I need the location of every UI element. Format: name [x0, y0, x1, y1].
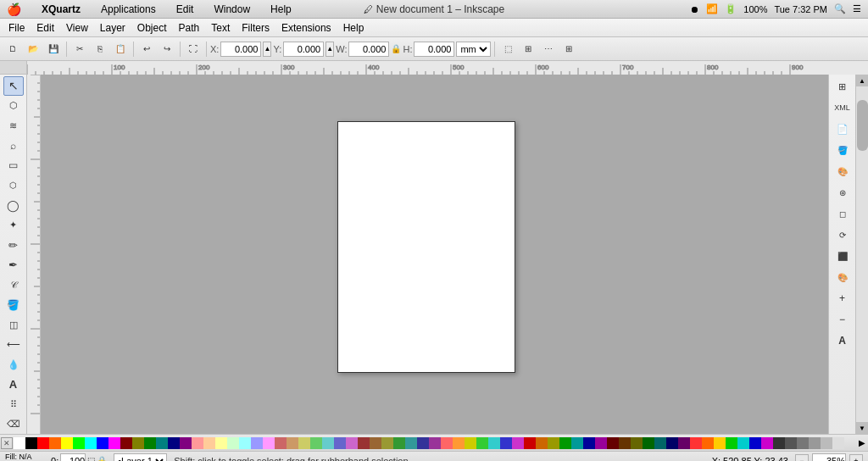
color-swatch[interactable] [678, 437, 690, 449]
color-swatch[interactable] [358, 437, 370, 449]
extensions-menu[interactable]: Extensions [276, 20, 337, 36]
color-swatch[interactable] [417, 437, 429, 449]
help-menu[interactable]: Help [338, 20, 370, 36]
color-swatch[interactable] [73, 437, 85, 449]
text-menu[interactable]: Text [206, 20, 235, 36]
undo-btn[interactable]: ↩ [137, 40, 156, 58]
vscrollbar[interactable]: ▲ ▼ [855, 75, 868, 434]
color-swatch[interactable] [132, 437, 144, 449]
tool-zoom[interactable]: ⌕ [3, 136, 24, 156]
color-swatch[interactable] [583, 437, 595, 449]
help-menu-os[interactable]: Help [267, 3, 295, 15]
color-swatch[interactable] [370, 437, 381, 449]
color-swatch[interactable] [120, 437, 132, 449]
zoom-input[interactable] [812, 453, 846, 462]
applications-menu[interactable]: Applications [97, 3, 159, 15]
tool-callig[interactable]: 𝒞 [3, 275, 24, 295]
color-swatch[interactable] [643, 437, 654, 449]
doc-props-btn[interactable]: 📄 [832, 119, 853, 139]
tool-bucket[interactable]: 🪣 [3, 296, 24, 315]
color-swatch[interactable] [227, 437, 239, 449]
color-swatch[interactable] [773, 437, 785, 449]
snap-btn[interactable]: ⊞ [832, 76, 853, 97]
color-swatch[interactable] [726, 437, 737, 449]
color-swatch[interactable] [821, 437, 832, 449]
color-swatch[interactable] [180, 437, 192, 449]
unit-select[interactable]: mm [456, 42, 491, 57]
color-swatch[interactable] [488, 437, 500, 449]
symbols-btn[interactable]: ⊛ [832, 182, 853, 203]
color-swatch[interactable] [298, 437, 310, 449]
color-swatch[interactable] [761, 437, 773, 449]
zoom-in-btn[interactable]: + [832, 288, 853, 308]
window-menu-os[interactable]: Window [210, 3, 253, 15]
color-swatch[interactable] [168, 437, 180, 449]
tool-rect[interactable]: ▭ [3, 156, 24, 175]
no-color-swatch[interactable]: ✕ [1, 437, 13, 449]
color-swatch[interactable] [595, 437, 607, 449]
swatches-btn[interactable]: 🎨 [832, 161, 853, 181]
tool-gradient[interactable]: ◫ [3, 315, 24, 335]
apple-menu[interactable]: 🍎 [7, 3, 21, 16]
color-swatch[interactable] [97, 437, 108, 449]
color-swatch[interactable] [322, 437, 334, 449]
tool-node[interactable]: ⬡ [3, 97, 24, 116]
transform-btn[interactable]: ⬚ [498, 40, 517, 58]
tool-3d[interactable]: ⬡ [3, 176, 24, 196]
nodes-btn[interactable]: ⋯ [539, 40, 558, 58]
color-swatch[interactable] [61, 437, 73, 449]
zoom-out-btn[interactable]: − [832, 309, 853, 330]
tool-dropper[interactable]: 💧 [3, 355, 24, 375]
color-swatch[interactable] [702, 437, 714, 449]
color-swatch[interactable] [215, 437, 227, 449]
text-style-btn[interactable]: A [832, 330, 853, 351]
tool-star[interactable]: ✦ [3, 216, 24, 236]
color-swatch[interactable] [536, 437, 548, 449]
y-up[interactable]: ▲ [326, 42, 334, 57]
color-swatch[interactable] [263, 437, 275, 449]
color-swatch[interactable] [666, 437, 678, 449]
color-swatch[interactable] [607, 437, 619, 449]
color-swatch[interactable] [203, 437, 215, 449]
redo-btn[interactable]: ↪ [158, 40, 176, 58]
zoom-out-status-btn[interactable]: − [795, 454, 809, 462]
canvas-area[interactable] [41, 75, 828, 434]
tool-pen[interactable]: ✒ [3, 256, 24, 275]
color-swatch[interactable] [559, 437, 571, 449]
color-swatch[interactable] [49, 437, 61, 449]
color-swatch[interactable] [500, 437, 512, 449]
color-swatch[interactable] [441, 437, 453, 449]
color-swatch[interactable] [310, 437, 322, 449]
tool-text[interactable]: A [3, 375, 24, 395]
search-icon[interactable]: 🔍 [834, 3, 846, 14]
palette-scroll-right[interactable]: ▶ [856, 437, 868, 449]
x-up[interactable]: ▲ [263, 42, 271, 57]
path-menu[interactable]: Path [174, 20, 205, 36]
opacity-input[interactable] [60, 453, 86, 462]
layer-menu[interactable]: Layer [95, 20, 131, 36]
color-swatch[interactable] [251, 437, 263, 449]
tool-eraser[interactable]: ⌫ [3, 415, 24, 435]
color-swatch[interactable] [156, 437, 168, 449]
color-swatch[interactable] [548, 437, 559, 449]
color-swatch[interactable] [737, 437, 749, 449]
color-swatch[interactable] [429, 437, 441, 449]
color-swatch[interactable] [37, 437, 49, 449]
color-swatch[interactable] [654, 437, 666, 449]
color-swatch[interactable] [476, 437, 488, 449]
cut-btn[interactable]: ✂ [70, 40, 89, 58]
zoom-fit-btn[interactable]: ⛶ [184, 40, 203, 58]
color-swatch[interactable] [714, 437, 726, 449]
color-swatch[interactable] [749, 437, 761, 449]
tool-tweak[interactable]: ≋ [3, 116, 24, 136]
color-swatch[interactable] [453, 437, 465, 449]
grid-btn[interactable]: ⊞ [559, 40, 578, 58]
color-swatch[interactable] [524, 437, 536, 449]
paste-btn[interactable]: 📋 [111, 40, 130, 58]
color-swatch[interactable] [192, 437, 203, 449]
color-swatch[interactable] [275, 437, 287, 449]
vscroll-thumb[interactable] [857, 100, 868, 151]
notification-icon[interactable]: ☰ [853, 3, 861, 14]
save-btn[interactable]: 💾 [44, 40, 63, 58]
view-menu[interactable]: View [61, 20, 93, 36]
